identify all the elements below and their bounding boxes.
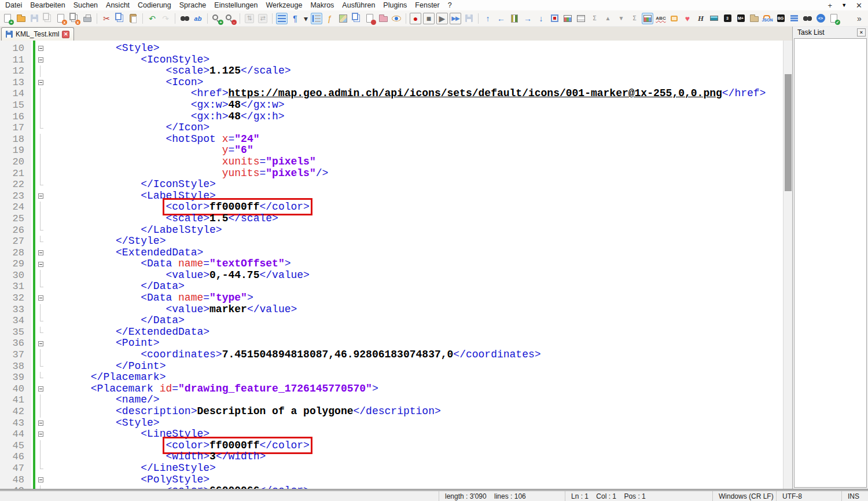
open-file-icon[interactable] [15,13,27,24]
replace-icon[interactable]: ab [192,13,204,24]
fold-box-icon[interactable] [38,431,43,437]
code-line[interactable]: <Style> [46,418,160,429]
menu-item-plugins[interactable]: Plugins [379,0,411,10]
vertical-scrollbar[interactable] [783,41,792,489]
code-line[interactable]: <scale>1.5</scale> [46,213,278,225]
find-icon[interactable] [179,13,190,24]
plugin-grid-icon[interactable] [575,13,587,24]
macro-record-icon[interactable]: ● [410,13,421,24]
menu-item-sprache[interactable]: Sprache [175,0,211,10]
code-line[interactable]: <Point> [46,338,160,349]
code-line[interactable]: <value>marker</value> [46,304,297,316]
code-line[interactable]: <gx:h>48</gx:h> [46,111,285,123]
fold-margin[interactable] [35,43,46,54]
code-line[interactable]: xunits="pixels" [46,156,316,168]
close-all-icon[interactable]: x [68,13,80,24]
plugin-triangle-down-icon[interactable]: ▼ [615,13,627,24]
code-line[interactable]: </ExtendedData> [46,327,209,338]
new-tab-icon[interactable]: + [828,2,833,9]
fold-margin[interactable] [35,418,46,429]
plugin-barcode-icon[interactable]: BG [775,13,786,24]
plugin-table-active-icon[interactable] [642,13,653,24]
code-line[interactable]: <gx:w>48</gx:w> [46,100,285,111]
code-line[interactable]: <value>0,-44.75</value> [46,270,310,281]
code-line[interactable]: </Placemark> [46,372,165,383]
code-line[interactable]: <width>3</width> [46,451,266,463]
fold-box-icon[interactable] [38,420,43,426]
code-line[interactable]: </LineStyle> [46,463,216,474]
fold-box-icon[interactable] [38,341,43,346]
function-list-icon[interactable]: ƒ [324,13,336,24]
folder-as-workspace-icon[interactable] [364,13,376,24]
print-icon[interactable] [82,13,93,24]
code-line[interactable]: <name/> [46,394,160,406]
plugin-mime-icon[interactable]: M+ [735,13,746,24]
plugin-heart-icon[interactable]: ♥ [682,13,693,24]
plugin-spool-icon[interactable] [788,13,800,24]
fold-box-icon[interactable] [38,386,43,392]
code-line[interactable]: <IconStyle> [46,54,209,66]
plugin-arrow-up-icon[interactable]: ↑ [482,13,494,24]
tab-kml-test[interactable]: KML_Test.kml ✕ [1,27,74,41]
toolbar-overflow-icon[interactable]: » [854,13,865,24]
code-line[interactable]: <Placemark id="drawing_feature_172614577… [46,383,378,395]
json-viewer-icon[interactable]: JSON [762,13,773,24]
tab-list-dropdown-icon[interactable]: ▼ [841,3,847,8]
spell-check-icon[interactable]: ABC [655,13,667,24]
plugin-frame-icon[interactable] [549,13,560,24]
code-line[interactable]: <LineStyle> [46,429,209,440]
fold-margin[interactable] [35,54,46,66]
menu-item-help[interactable]: ? [444,0,456,10]
plugin-table-icon[interactable] [562,13,573,24]
document-map-icon[interactable] [337,13,349,24]
sync-horizontal-scroll-icon[interactable]: ⇄ [257,13,269,24]
code-line[interactable]: <color>66000066</color> [46,485,310,489]
plugin-panel-icon[interactable] [708,13,720,24]
new-file-icon[interactable]: + [2,13,13,24]
document-list-icon[interactable] [351,13,362,24]
plugin-bars-icon[interactable] [509,13,520,24]
zoom-out-icon[interactable]: - [225,13,236,24]
fold-box-icon[interactable] [38,193,43,199]
fold-box-icon[interactable] [38,295,43,301]
macro-run-multiple-icon[interactable]: ▶▶ [450,13,461,24]
code-line[interactable]: <Icon> [46,77,203,89]
code-line[interactable]: </Data> [46,315,185,327]
menu-item-ausfuhren[interactable]: Ausführen [338,0,379,10]
plugin-binoculars-icon[interactable] [801,13,813,24]
code-line[interactable]: </Icon> [46,122,209,134]
code-line[interactable]: </Data> [46,281,185,292]
redo-icon[interactable]: ↷ [160,13,171,24]
scrollbar-thumb[interactable] [785,74,792,191]
undo-icon[interactable]: ↶ [146,13,158,24]
show-all-characters-icon[interactable]: ¶ [289,13,301,24]
fold-box-icon[interactable] [38,262,43,267]
plugin-sigma-bottom-icon[interactable]: Σ [628,13,640,24]
xml-tools-icon[interactable]: <> [815,13,826,24]
fold-box-icon[interactable] [38,80,43,85]
plugin-sigma-top-icon[interactable]: Σ [589,13,600,24]
fold-margin[interactable] [35,429,46,440]
menu-item-einstellungen[interactable]: Einstellungen [210,0,262,10]
code-editor[interactable]: 10 <Style>11 <IconStyle>12 <scale>1.125<… [0,41,792,489]
code-line[interactable]: <color>ff0000ff</color> [46,440,310,452]
fold-margin[interactable] [35,77,46,89]
code-line[interactable]: yunits="pixels"/> [46,168,328,180]
sync-vertical-scroll-icon[interactable]: ⇅ [244,13,255,24]
tab-close-icon[interactable]: ✕ [62,31,69,38]
menu-item-datei[interactable]: Datei [1,0,26,10]
code-line[interactable]: <description>Description of a polygone</… [46,406,441,418]
plugin-search-icon[interactable] [668,13,680,24]
code-line[interactable]: <Style> [46,43,160,54]
fold-box-icon[interactable] [38,57,43,63]
plugin-folder-tools-icon[interactable] [748,13,760,24]
plugin-arrow-right-icon[interactable]: → [522,13,534,24]
code-line[interactable]: </IconStyle> [46,179,216,191]
code-line[interactable]: <ExtendedData> [46,247,203,259]
plugin-triangle-up-icon[interactable]: ▲ [602,13,613,24]
code-line[interactable]: <PolyStyle> [46,474,209,486]
fold-margin[interactable] [35,338,46,349]
word-wrap-icon[interactable] [276,13,288,24]
fold-margin[interactable] [35,191,46,202]
macro-stop-icon[interactable]: ■ [423,13,435,24]
